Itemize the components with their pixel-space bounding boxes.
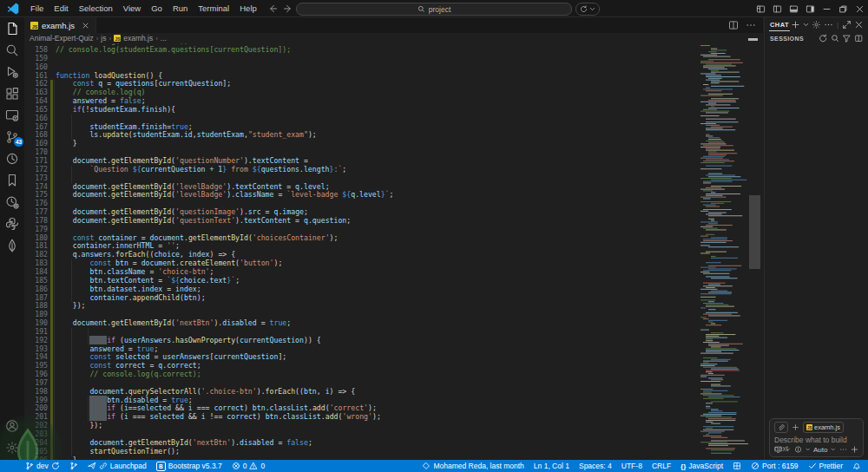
activitybar-timeline-clock[interactable] <box>0 148 24 169</box>
menu-help[interactable]: Help <box>234 3 262 13</box>
modified-gutter-mark <box>50 115 53 123</box>
nav-forward-icon[interactable] <box>283 3 293 14</box>
extensions-icon <box>5 87 19 101</box>
customize-layout-icon[interactable] <box>753 0 769 17</box>
chat-plus-icon[interactable] <box>851 445 858 454</box>
breadcrumb-item[interactable]: ... <box>161 34 167 43</box>
breadcrumb-separator: › <box>155 35 158 43</box>
status-bar: devLaunchpadBBootstrap v5.3.700 Mohamed … <box>0 460 868 472</box>
tab-chat[interactable]: CHAT <box>769 19 790 31</box>
chevron-down-icon[interactable] <box>803 22 809 28</box>
toggle-panel-icon[interactable] <box>786 0 802 17</box>
activitybar-python[interactable] <box>0 213 24 234</box>
close-window-icon[interactable] <box>852 0 868 17</box>
modified-gutter-mark <box>50 268 53 277</box>
statusbar-extension-status[interactable] <box>733 462 741 470</box>
menu-go[interactable]: Go <box>146 3 168 13</box>
tab-examh-js[interactable]: JS examh.js <box>24 17 96 33</box>
code-line: 178 document.getElementById('questionTex… <box>24 217 763 226</box>
expand-chat-icon[interactable] <box>842 20 852 30</box>
modified-gutter-mark <box>50 353 53 362</box>
chevron-down-icon[interactable] <box>831 447 835 452</box>
modified-gutter-mark <box>50 370 53 379</box>
breadcrumb-item[interactable]: js <box>101 34 106 43</box>
chat-input-box[interactable]: JS examh.js Describe what to build next … <box>769 418 864 457</box>
chat-more-icon[interactable] <box>824 20 833 30</box>
more-options-icon[interactable] <box>839 445 847 454</box>
activitybar-accounts[interactable] <box>0 415 24 436</box>
activitybar-code-time[interactable] <box>0 191 24 213</box>
statusbar-indentation[interactable]: Spaces: 4 <box>579 462 612 470</box>
statusbar-launchpad[interactable]: Launchpad <box>88 462 147 470</box>
sync-icon <box>51 462 60 470</box>
more-actions-icon[interactable] <box>746 20 756 30</box>
instructions-icon[interactable] <box>794 445 802 454</box>
toggle-sidebar-icon[interactable] <box>769 0 786 17</box>
statusbar-cursor-position[interactable]: Ln 1, Col 1 <box>534 462 569 470</box>
minimize-icon[interactable] <box>819 0 835 17</box>
agent-mode-icon[interactable] <box>774 445 782 454</box>
modified-gutter-mark <box>50 242 53 251</box>
tab-close-icon[interactable] <box>82 22 89 30</box>
menu-run[interactable]: Run <box>168 3 193 13</box>
activitybar-explorer[interactable] <box>0 17 24 39</box>
separator: | <box>836 21 839 29</box>
activitybar-mongodb[interactable] <box>0 234 24 256</box>
statusbar-encoding[interactable]: UTF-8 <box>621 462 642 470</box>
menu-view[interactable]: View <box>118 3 146 13</box>
model-picker[interactable]: Auto <box>813 446 827 454</box>
attached-file-chip[interactable]: JS examh.js <box>803 422 844 433</box>
activitybar-source-control[interactable]: 43 <box>0 126 24 148</box>
minimap[interactable] <box>699 43 748 460</box>
refresh-sessions-icon[interactable] <box>819 34 828 43</box>
activitybar-settings[interactable] <box>0 436 24 458</box>
statusbar-remote-indicator[interactable] <box>7 462 16 470</box>
add-context-icon[interactable] <box>792 423 799 431</box>
chevron-down-icon[interactable] <box>806 447 810 452</box>
code-editor[interactable]: 157// console.log(studentExam.id);158// … <box>24 43 763 460</box>
command-center-search[interactable]: project <box>296 3 572 16</box>
statusbar-bootstrap-version[interactable]: BBootstrap v5.3.7 <box>156 462 222 471</box>
close-chat-icon[interactable] <box>854 20 864 30</box>
restore-icon[interactable] <box>835 0 852 17</box>
new-chat-icon[interactable] <box>791 20 800 30</box>
toggle-secondary-sidebar-icon[interactable] <box>802 0 819 17</box>
statusbar-git-branch-action[interactable] <box>69 462 78 470</box>
menu-selection[interactable]: Selection <box>74 3 118 13</box>
statusbar-git-branch[interactable]: dev <box>25 462 60 470</box>
statusbar-problems[interactable]: 00 <box>232 462 265 470</box>
launch-profile-button[interactable] <box>575 3 600 16</box>
chevron-down-icon[interactable] <box>786 447 790 452</box>
menu-edit[interactable]: Edit <box>49 3 73 13</box>
activitybar-search[interactable] <box>0 39 24 61</box>
bell-icon <box>852 462 861 470</box>
split-editor-icon[interactable] <box>728 20 739 30</box>
activitybar-run-and-debug[interactable] <box>0 61 24 82</box>
breadcrumb-item[interactable]: Animal-Expert-Quiz <box>30 34 94 43</box>
search-icon <box>5 43 19 57</box>
modified-gutter-mark <box>50 183 53 192</box>
breadcrumb-item[interactable]: examh.js <box>123 34 153 43</box>
statusbar-language-mode[interactable]: {}JavaScript <box>681 462 723 470</box>
modified-gutter-mark <box>50 217 53 226</box>
activitybar-live-preview[interactable] <box>0 104 24 126</box>
blame-icon <box>422 462 431 470</box>
statusbar-notifications[interactable] <box>852 462 861 470</box>
statusbar-live-server-port[interactable]: Port : 6159 <box>751 462 799 470</box>
menu-file[interactable]: File <box>25 3 49 13</box>
statusbar-git-blame[interactable]: Mohamed Reda, last month <box>422 462 523 470</box>
filter-sessions-icon[interactable] <box>842 34 852 43</box>
scrollbar-thumb[interactable] <box>749 195 760 269</box>
nav-back-icon[interactable] <box>267 3 278 14</box>
activitybar-extensions[interactable] <box>0 82 24 104</box>
menu-terminal[interactable]: Terminal <box>193 3 234 13</box>
statusbar-eol-sequence[interactable]: CRLF <box>652 462 671 470</box>
chat-settings-gear-icon[interactable] <box>812 20 821 30</box>
statusbar-cursor-position-label: Ln 1, Col 1 <box>534 462 569 470</box>
editor-scrollbar[interactable] <box>748 43 761 460</box>
activitybar-bookmarks[interactable] <box>0 169 24 191</box>
statusbar-prettier[interactable]: Prettier <box>808 462 843 470</box>
sessions-layout-icon[interactable] <box>854 34 864 43</box>
search-sessions-icon[interactable] <box>831 34 840 43</box>
attach-context-chip[interactable] <box>774 422 788 433</box>
